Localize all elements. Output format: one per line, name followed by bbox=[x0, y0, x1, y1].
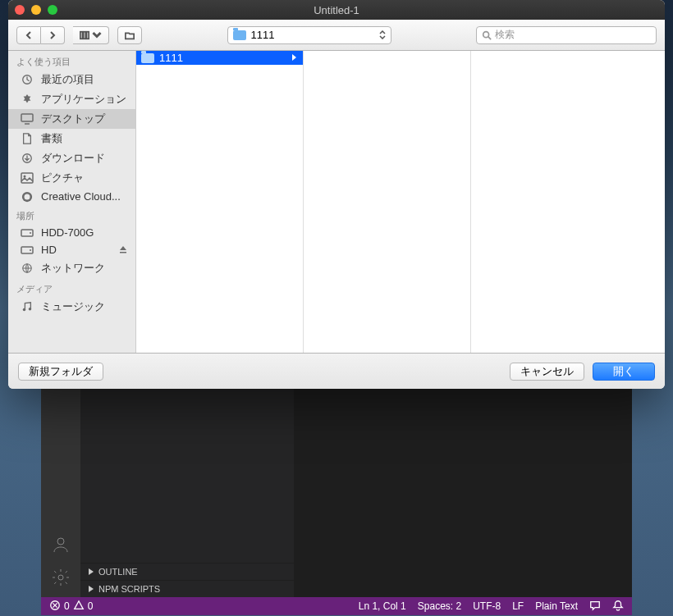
chevron-right-icon bbox=[291, 52, 298, 64]
outline-section[interactable]: OUTLINE bbox=[80, 563, 294, 580]
errors-count[interactable]: 0 bbox=[64, 600, 70, 612]
outline-label: OUTLINE bbox=[98, 567, 138, 577]
dialog-footer: 新規フォルダ キャンセル 開く bbox=[8, 353, 665, 389]
path-popup[interactable]: 1111 bbox=[227, 26, 391, 44]
sidebar-item[interactable]: デスクトップ bbox=[8, 109, 135, 129]
sidebar-item[interactable]: ピクチャ bbox=[8, 168, 135, 188]
window-title: Untitled-1 bbox=[8, 4, 665, 16]
desktop-icon bbox=[20, 113, 34, 125]
svg-point-15 bbox=[30, 232, 31, 234]
side-panel: OUTLINE NPM SCRIPTS bbox=[80, 377, 294, 597]
globe-icon bbox=[20, 262, 34, 274]
svg-point-19 bbox=[23, 308, 26, 312]
editor-area[interactable] bbox=[294, 377, 632, 597]
svg-point-20 bbox=[29, 308, 32, 311]
encoding[interactable]: UTF-8 bbox=[473, 600, 501, 612]
new-folder-button[interactable]: 新規フォルダ bbox=[18, 363, 103, 381]
eject-icon[interactable] bbox=[119, 244, 127, 256]
bell-icon[interactable] bbox=[612, 600, 624, 614]
clock-icon bbox=[20, 74, 34, 85]
sidebar-item-label: 書類 bbox=[41, 131, 62, 146]
picture-icon bbox=[20, 172, 34, 184]
sidebar-item-label: HDD-700G bbox=[41, 226, 94, 239]
sidebar-item[interactable]: ネットワーク bbox=[8, 258, 135, 278]
column-0[interactable]: 1111 bbox=[136, 51, 304, 353]
warnings-icon[interactable] bbox=[73, 600, 85, 614]
errors-icon[interactable] bbox=[49, 600, 61, 614]
activity-bar bbox=[41, 377, 80, 597]
svg-point-1 bbox=[58, 575, 63, 580]
search-placeholder: 検索 bbox=[495, 28, 515, 42]
spaces[interactable]: Spaces: 2 bbox=[418, 600, 461, 612]
column-item[interactable]: 1111 bbox=[136, 51, 303, 65]
view-mode bbox=[73, 26, 109, 44]
cancel-button[interactable]: キャンセル bbox=[510, 363, 584, 381]
apps-icon bbox=[20, 94, 34, 105]
forward-button[interactable] bbox=[41, 26, 65, 44]
cc-icon bbox=[20, 191, 34, 203]
folder-icon bbox=[233, 30, 246, 40]
sidebar-item-label: HD bbox=[41, 244, 57, 256]
svg-rect-4 bbox=[84, 31, 86, 39]
sidebar-item[interactable]: アプリケーション bbox=[8, 89, 135, 109]
group-button[interactable] bbox=[117, 26, 142, 44]
language[interactable]: Plain Text bbox=[535, 600, 578, 612]
sidebar-item-label: ダウンロード bbox=[41, 151, 105, 166]
sidebar-item[interactable]: Creative Cloud... bbox=[8, 188, 135, 205]
sidebar-header: 場所 bbox=[8, 205, 135, 224]
path-label: 1111 bbox=[251, 29, 275, 41]
svg-rect-5 bbox=[87, 31, 89, 39]
sidebar-header: よく使う項目 bbox=[8, 51, 135, 70]
eol[interactable]: LF bbox=[512, 600, 524, 612]
open-dialog: Untitled-1 1111 検索 よく使う項目最近の項目アプリケーションデス… bbox=[8, 0, 665, 389]
svg-rect-10 bbox=[21, 173, 33, 183]
npm-label: NPM SCRIPTS bbox=[98, 584, 160, 594]
svg-point-17 bbox=[30, 249, 31, 251]
sidebar-header: メディア bbox=[8, 278, 135, 297]
download-icon bbox=[20, 153, 34, 164]
status-bar: 0 0 Ln 1, Col 1 Spaces: 2 UTF-8 LF Plain… bbox=[41, 597, 632, 615]
sidebar-item[interactable]: ダウンロード bbox=[8, 148, 135, 168]
sidebar: よく使う項目最近の項目アプリケーションデスクトップ書類ダウンロードピクチャCre… bbox=[8, 51, 136, 353]
column-1[interactable] bbox=[304, 51, 471, 353]
sidebar-item-label: 最近の項目 bbox=[41, 72, 94, 87]
chevron-updown-icon bbox=[379, 30, 386, 39]
sidebar-item[interactable]: 最近の項目 bbox=[8, 70, 135, 89]
titlebar: Untitled-1 bbox=[8, 0, 665, 20]
svg-rect-3 bbox=[80, 31, 83, 39]
column-item-label: 1111 bbox=[159, 52, 183, 64]
doc-icon bbox=[20, 133, 34, 144]
file-browser: よく使う項目最近の項目アプリケーションデスクトップ書類ダウンロードピクチャCre… bbox=[8, 51, 665, 353]
warnings-count[interactable]: 0 bbox=[88, 600, 94, 612]
hdd-icon bbox=[20, 244, 34, 256]
sidebar-item-label: Creative Cloud... bbox=[41, 190, 121, 203]
accounts-icon[interactable] bbox=[51, 535, 71, 558]
svg-point-13 bbox=[25, 194, 30, 199]
open-button[interactable]: 開く bbox=[593, 363, 655, 381]
editor-window: OUTLINE NPM SCRIPTS 0 0 Ln 1, Col 1 Spac… bbox=[41, 377, 632, 615]
settings-gear-icon[interactable] bbox=[51, 568, 71, 591]
dialog-toolbar: 1111 検索 bbox=[8, 20, 665, 51]
feedback-icon[interactable] bbox=[589, 600, 601, 614]
back-button[interactable] bbox=[16, 26, 41, 44]
sidebar-item[interactable]: HD bbox=[8, 241, 135, 258]
column-view-button[interactable] bbox=[73, 26, 109, 44]
sidebar-item-label: デスクトップ bbox=[41, 112, 105, 126]
folder-icon bbox=[141, 53, 154, 63]
sidebar-item-label: アプリケーション bbox=[41, 92, 126, 107]
nav-back-forward bbox=[16, 26, 65, 44]
sidebar-item-label: ピクチャ bbox=[41, 171, 84, 185]
svg-point-6 bbox=[483, 31, 489, 37]
search-field[interactable]: 検索 bbox=[476, 26, 657, 44]
svg-rect-8 bbox=[21, 114, 33, 121]
music-icon bbox=[20, 301, 34, 313]
search-icon bbox=[482, 30, 492, 40]
npm-scripts-section[interactable]: NPM SCRIPTS bbox=[80, 580, 294, 597]
column-2[interactable] bbox=[471, 51, 639, 353]
hdd-icon bbox=[20, 227, 34, 239]
sidebar-item[interactable]: 書類 bbox=[8, 129, 135, 148]
sidebar-item[interactable]: HDD-700G bbox=[8, 224, 135, 241]
ln-col[interactable]: Ln 1, Col 1 bbox=[359, 600, 406, 612]
sidebar-item[interactable]: ミュージック bbox=[8, 297, 135, 317]
sidebar-item-label: ミュージック bbox=[41, 299, 105, 314]
